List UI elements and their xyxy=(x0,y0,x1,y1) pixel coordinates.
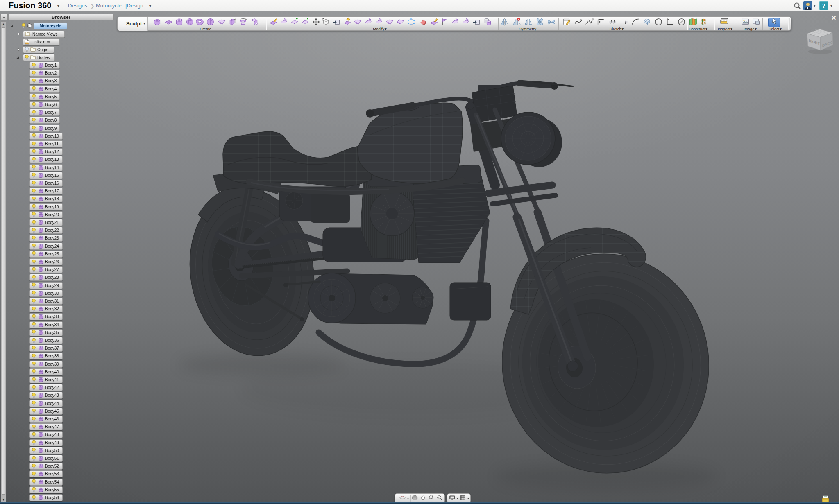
svg-text:?: ? xyxy=(822,2,826,10)
